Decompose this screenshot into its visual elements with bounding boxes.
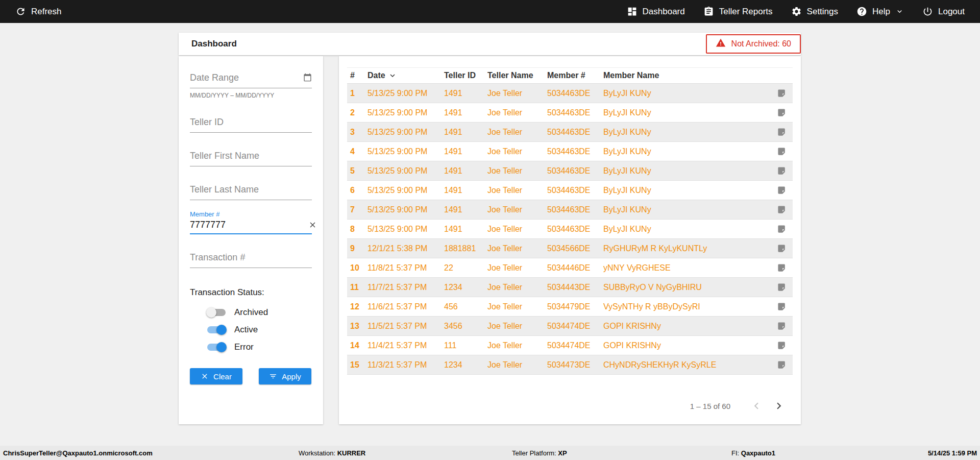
cell-member-name: ByLyJI KUNy — [603, 205, 771, 214]
toggle-error[interactable]: Error — [207, 338, 312, 356]
logged-in-user: ChrisSuperTeller@Qaxpauto1.onmicrosoft.c… — [3, 449, 153, 457]
nav-settings[interactable]: Settings — [791, 6, 838, 17]
teller-platform-info: Teller Platform: XP — [512, 449, 567, 457]
status-toggle-switch[interactable] — [207, 309, 226, 316]
cell-teller-name: Joe Teller — [487, 225, 547, 234]
note-icon[interactable] — [777, 321, 787, 331]
refresh-label: Refresh — [31, 7, 62, 17]
member-number-group: Member # — [190, 210, 312, 234]
note-icon[interactable] — [777, 263, 787, 273]
table-row[interactable]: 9 12/1/21 5:38 PM 1881881 Joe Teller 503… — [347, 239, 793, 258]
status-toggle-switch[interactable] — [207, 344, 226, 351]
cell-member-name: CHyNDRySHEKHyR KySyRLE — [603, 360, 771, 370]
column-header-member-name[interactable]: Member Name — [603, 71, 771, 80]
cell-teller-id: 1234 — [444, 283, 487, 292]
member-number-input[interactable] — [190, 220, 308, 230]
table-row[interactable]: 14 11/4/21 5:37 PM 111 Joe Teller 503447… — [347, 336, 793, 355]
note-icon[interactable] — [777, 282, 787, 292]
table-row[interactable]: 11 11/7/21 5:37 PM 1234 Joe Teller 50344… — [347, 278, 793, 297]
note-icon[interactable] — [777, 244, 787, 253]
nav-help-label: Help — [872, 7, 890, 17]
toggle-error-label: Error — [234, 342, 254, 352]
cell-date: 5/13/25 9:00 PM — [368, 147, 444, 156]
cell-date: 11/3/21 5:37 PM — [368, 360, 444, 370]
teller-first-name-input[interactable] — [190, 151, 312, 161]
table-row[interactable]: 15 11/3/21 5:37 PM 1234 Joe Teller 50344… — [347, 355, 793, 375]
note-icon[interactable] — [777, 360, 787, 370]
toggle-active[interactable]: Active — [207, 321, 312, 338]
nav-dashboard-label: Dashboard — [643, 7, 685, 17]
cell-member-name: ByLyJI KUNy — [603, 108, 771, 117]
nav-logout[interactable]: Logout — [922, 6, 965, 17]
clear-button[interactable]: Clear — [190, 368, 242, 384]
note-icon[interactable] — [777, 341, 787, 350]
note-icon[interactable] — [777, 185, 787, 195]
note-icon[interactable] — [777, 205, 787, 214]
cell-row-number: 1 — [350, 89, 368, 98]
cell-member-name: VySyNTHy R yBByDySyRI — [603, 302, 771, 311]
status-toggle-switch[interactable] — [207, 326, 226, 333]
table-row[interactable]: 13 11/5/21 5:37 PM 3456 Joe Teller 50344… — [347, 317, 793, 336]
note-icon[interactable] — [777, 166, 787, 176]
date-range-input[interactable] — [190, 72, 312, 83]
teller-id-input[interactable] — [190, 117, 312, 128]
note-icon[interactable] — [777, 147, 787, 156]
table-row[interactable]: 3 5/13/25 9:00 PM 1491 Joe Teller 503446… — [347, 123, 793, 142]
not-archived-badge[interactable]: Not Archived: 60 — [706, 34, 801, 54]
cell-member-number: 5034479DE — [547, 302, 603, 311]
cell-member-name: ByLyJI KUNy — [603, 225, 771, 234]
table-row[interactable]: 12 11/6/21 5:37 PM 456 Joe Teller 503447… — [347, 297, 793, 317]
nav-help[interactable]: Help — [856, 6, 904, 17]
cell-member-number: 5034463DE — [547, 205, 603, 214]
table-row[interactable]: 1 5/13/25 9:00 PM 1491 Joe Teller 503446… — [347, 84, 793, 103]
cell-teller-id: 1491 — [444, 205, 487, 214]
next-page-icon[interactable] — [772, 399, 786, 413]
table-row[interactable]: 2 5/13/25 9:00 PM 1491 Joe Teller 503446… — [347, 103, 793, 123]
toggle-archived[interactable]: Archived — [207, 304, 312, 321]
nav-dashboard[interactable]: Dashboard — [627, 6, 685, 17]
cell-member-name: ByLyJI KUNy — [603, 89, 771, 98]
cell-row-number: 3 — [350, 128, 368, 137]
note-icon[interactable] — [777, 127, 787, 137]
cell-teller-name: Joe Teller — [487, 89, 547, 98]
note-icon[interactable] — [777, 302, 787, 311]
table-row[interactable]: 4 5/13/25 9:00 PM 1491 Joe Teller 503446… — [347, 142, 793, 161]
previous-page-icon[interactable] — [750, 399, 763, 413]
table-row[interactable]: 7 5/13/25 9:00 PM 1491 Joe Teller 503446… — [347, 200, 793, 220]
table-row[interactable]: 8 5/13/25 9:00 PM 1491 Joe Teller 503446… — [347, 220, 793, 239]
table-header-row: # Date Teller ID Teller Name Member # — [347, 67, 793, 84]
note-icon[interactable] — [777, 88, 787, 98]
teller-last-name-input[interactable] — [190, 184, 312, 195]
date-range-group: MM/DD/YYYY – MM/DD/YYYY — [190, 72, 312, 99]
cell-date: 11/4/21 5:37 PM — [368, 341, 444, 350]
column-header-number[interactable]: # — [350, 71, 368, 80]
apply-button[interactable]: Apply — [259, 368, 311, 384]
table-row[interactable]: 5 5/13/25 9:00 PM 1491 Joe Teller 503446… — [347, 161, 793, 181]
transaction-number-group — [190, 252, 312, 268]
refresh-button[interactable]: Refresh — [15, 6, 62, 17]
calendar-icon[interactable] — [303, 73, 312, 82]
cell-teller-name: Joe Teller — [487, 263, 547, 273]
cell-teller-id: 456 — [444, 302, 487, 311]
nav-teller-reports[interactable]: Teller Reports — [703, 6, 773, 17]
cell-teller-name: Joe Teller — [487, 147, 547, 156]
cell-row-number: 8 — [350, 225, 368, 234]
note-icon[interactable] — [777, 108, 787, 117]
column-header-teller-name[interactable]: Teller Name — [487, 71, 547, 80]
app-window: Refresh Dashboard Teller Reports Settin — [0, 0, 980, 460]
column-header-member-number[interactable]: Member # — [547, 71, 603, 80]
member-number-label: Member # — [190, 210, 312, 218]
cell-date: 11/5/21 5:37 PM — [368, 322, 444, 331]
table-row[interactable]: 10 11/8/21 5:37 PM 22 Joe Teller 5034446… — [347, 258, 793, 278]
cell-date: 11/8/21 5:37 PM — [368, 263, 444, 273]
cell-teller-id: 1491 — [444, 186, 487, 195]
cell-member-number: 5034463DE — [547, 89, 603, 98]
cell-member-number: 5034463DE — [547, 108, 603, 117]
clear-member-icon[interactable] — [308, 221, 317, 229]
table-row[interactable]: 6 5/13/25 9:00 PM 1491 Joe Teller 503446… — [347, 181, 793, 200]
column-header-date[interactable]: Date — [368, 71, 444, 80]
note-icon[interactable] — [777, 224, 787, 234]
toggle-active-label: Active — [234, 325, 258, 335]
column-header-teller-id[interactable]: Teller ID — [444, 71, 487, 80]
transaction-number-input[interactable] — [190, 252, 312, 263]
